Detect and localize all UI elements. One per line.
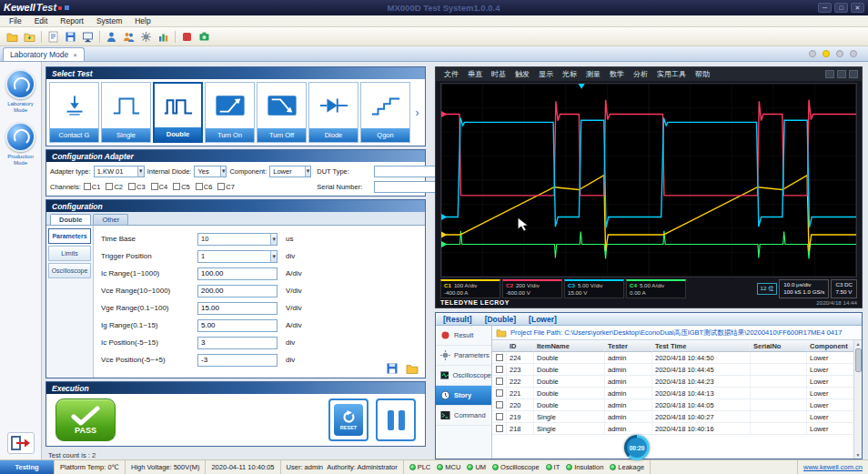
test-button-double[interactable]: Double (153, 82, 203, 143)
menu-help[interactable]: Help (128, 16, 156, 25)
vge-range-input[interactable] (197, 302, 278, 315)
row-checkbox[interactable] (496, 425, 503, 432)
row-checkbox[interactable] (496, 401, 503, 408)
table-row[interactable]: 223 Double admin 2020/4/18 10:44:45 Lowe… (492, 364, 853, 376)
scroll-down-icon[interactable]: ▼ (856, 451, 861, 459)
channel-c4-descriptor[interactable]: C45.00 A/div 0.00 A (626, 279, 686, 298)
trigger-descriptor[interactable]: C3 DC 7.50 V (831, 279, 857, 298)
row-checkbox[interactable] (496, 354, 503, 361)
menu-report[interactable]: Report (54, 16, 90, 25)
table-row[interactable]: 220 Double admin 2020/4/18 10:44:05 Lowe… (492, 399, 853, 411)
ig-range-input[interactable] (197, 319, 278, 332)
import-folder-icon[interactable] (21, 29, 38, 45)
minimize-button[interactable]: ─ (818, 3, 832, 13)
adapter-type-select[interactable]: 1.KW 01 (94, 166, 145, 177)
tab-other[interactable]: Other (93, 214, 128, 225)
close-button[interactable]: ✕ (851, 3, 864, 13)
time-base-select[interactable]: 10 (197, 233, 278, 246)
scope-menu-cursor[interactable]: 光标 (558, 69, 581, 79)
col-id[interactable]: ID (507, 340, 534, 351)
table-row[interactable]: 221 Double admin 2020/4/18 10:44:13 Lowe… (492, 388, 853, 399)
col-component[interactable]: Component (807, 340, 853, 351)
results-tab-story[interactable]: Story (436, 386, 491, 406)
nav-parameters[interactable]: Parameters (48, 228, 91, 244)
nav-oscilloscope[interactable]: Oscilloscope (48, 263, 91, 278)
ic-position-input[interactable] (197, 337, 278, 349)
scope-toolbar-icon[interactable] (837, 70, 846, 78)
channel-c1-descriptor[interactable]: C1100 A/div -400.00 A (440, 279, 500, 298)
menu-file[interactable]: File (3, 16, 28, 25)
results-tab-parameters[interactable]: Parameters (436, 346, 491, 366)
scroll-up-icon[interactable]: ▲ (856, 340, 861, 348)
scope-toolbar-icon[interactable] (825, 70, 834, 78)
channel-checkbox-c7[interactable]: C7 (217, 183, 235, 191)
channel-c3-descriptor[interactable]: C35.00 V/div 15.00 V (564, 279, 624, 298)
row-checkbox[interactable] (496, 366, 503, 373)
reset-button[interactable]: RESET (328, 398, 368, 441)
menu-edit[interactable]: Edit (28, 16, 55, 25)
row-checkbox[interactable] (496, 378, 503, 385)
channel-checkbox-c2[interactable]: C2 (106, 183, 123, 191)
scrollbar-thumb[interactable] (855, 348, 862, 372)
report-icon[interactable] (45, 29, 62, 45)
website-link[interactable]: www.kewell.com.cn (797, 460, 868, 474)
monitor-icon[interactable] (79, 29, 96, 45)
table-scrollbar[interactable]: ▲ ▼ (853, 340, 862, 459)
row-checkbox[interactable] (496, 389, 503, 397)
chart-icon[interactable] (155, 29, 172, 45)
channel-checkbox-c5[interactable]: C5 (173, 183, 190, 191)
col-serialno[interactable]: SerialNo (751, 340, 807, 351)
save-icon[interactable] (62, 29, 79, 45)
camera-icon[interactable] (196, 29, 213, 45)
pause-button[interactable] (376, 398, 416, 441)
users-icon[interactable] (120, 29, 137, 45)
channel-checkbox-c4[interactable]: C4 (151, 183, 168, 191)
open-folder-icon[interactable] (4, 29, 21, 45)
results-tab-oscilloscope[interactable]: Oscilloscope (436, 366, 491, 386)
channel-checkbox-c1[interactable]: C1 (84, 183, 101, 191)
sidebar-item-laboratory-mode[interactable]: Laboratory Mode (1, 69, 41, 114)
user-icon[interactable] (103, 29, 120, 45)
scope-menu-analysis[interactable]: 分析 (629, 69, 652, 79)
test-button-single[interactable]: Single (101, 82, 151, 143)
stop-icon[interactable] (178, 29, 196, 45)
table-row[interactable]: 218 Single admin 2020/4/18 10:40:16 Lowe… (492, 423, 853, 435)
vce-range-input[interactable] (197, 285, 278, 298)
nav-limits[interactable]: Limits (48, 246, 91, 261)
channel-c2-descriptor[interactable]: C2200 V/div -600.00 V (502, 279, 562, 298)
maximize-button[interactable]: □ (834, 3, 848, 13)
test-button-qgon[interactable]: Qgon (360, 82, 410, 143)
test-button-contact-g[interactable]: Contact G (49, 82, 99, 143)
results-tab-command[interactable]: Command (436, 406, 491, 426)
table-row[interactable]: 224 Double admin 2020/4/18 10:44:50 Lowe… (492, 352, 853, 364)
internal-diode-select[interactable]: Yes (194, 166, 227, 177)
table-row[interactable]: 222 Double admin 2020/4/18 10:44:23 Lowe… (492, 376, 853, 388)
test-button-diode[interactable]: Diode (308, 82, 358, 143)
ic-range-input[interactable] (197, 267, 278, 280)
scope-menu-utilities[interactable]: 实用工具 (652, 69, 691, 79)
tab-double[interactable]: Double (50, 214, 91, 225)
col-tester[interactable]: Tester (605, 340, 652, 351)
test-button-turn-on[interactable]: Turn On (205, 82, 255, 143)
trigger-position-select[interactable]: 1 (197, 250, 278, 263)
table-row[interactable]: 219 Single admin 2020/4/18 10:40:27 Lowe… (492, 411, 853, 423)
scope-menu-trigger[interactable]: 触发 (510, 69, 534, 79)
component-select[interactable]: Lower (269, 166, 311, 177)
scope-toolbar-icon[interactable] (849, 70, 858, 78)
row-checkbox[interactable] (496, 413, 503, 420)
sidebar-item-production-mode[interactable]: Production Mode (1, 122, 41, 166)
channel-checkbox-c3[interactable]: C3 (128, 183, 146, 191)
timebase-descriptor[interactable]: 10.0 μs/div 100 kS 1.0 GS/s (779, 279, 829, 298)
select-all-cell[interactable] (492, 340, 507, 351)
scroll-more-button[interactable]: › (412, 82, 422, 143)
test-button-turn-off[interactable]: Turn Off (257, 82, 307, 143)
load-config-folder-icon[interactable] (404, 361, 419, 375)
channel-checkbox-c6[interactable]: C6 (196, 183, 213, 191)
col-test-time[interactable]: Test Time (652, 340, 751, 351)
tab-laboratory-mode[interactable]: Laboratory Mode × (3, 47, 85, 61)
settings-gear-icon[interactable] (137, 29, 155, 45)
scope-menu-math[interactable]: 数学 (605, 69, 629, 79)
vce-position-input[interactable] (197, 354, 278, 367)
scope-menu-help[interactable]: 帮助 (691, 69, 714, 79)
scope-menu-vertical[interactable]: 垂直 (463, 69, 487, 79)
